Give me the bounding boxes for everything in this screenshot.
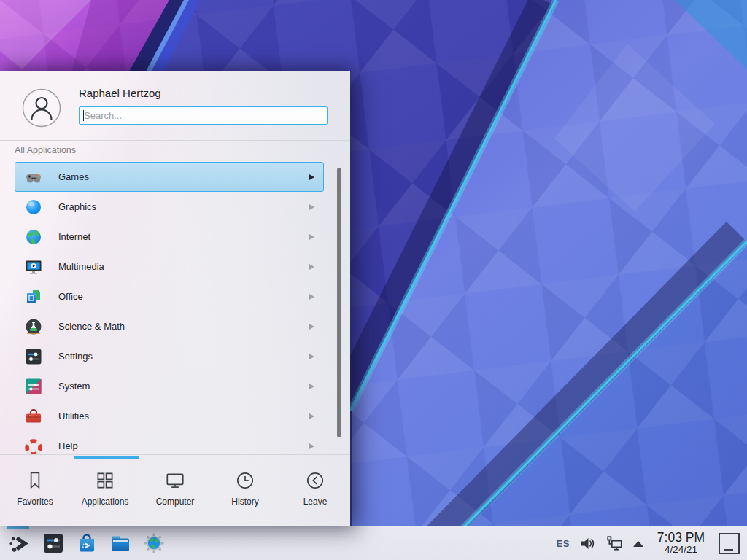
tab-favorites[interactable]: Favorites bbox=[0, 454, 70, 526]
category-label: Internet bbox=[58, 231, 309, 242]
clock-date: 4/24/21 bbox=[657, 545, 705, 556]
category-label: Games bbox=[58, 171, 309, 182]
search-input[interactable] bbox=[79, 106, 328, 125]
digital-clock[interactable]: 7:03 PM 4/24/21 bbox=[657, 531, 705, 555]
tab-label: Leave bbox=[303, 497, 328, 507]
taskbar-discover[interactable] bbox=[74, 526, 99, 560]
submenu-arrow-icon bbox=[309, 294, 314, 300]
category-internet[interactable]: Internet bbox=[15, 222, 324, 252]
scrollbar-thumb[interactable] bbox=[337, 168, 341, 438]
submenu-arrow-icon bbox=[309, 413, 314, 419]
category-games[interactable]: Games bbox=[15, 162, 324, 192]
submenu-arrow-icon bbox=[309, 264, 314, 270]
category-science-math[interactable]: Science & Math bbox=[15, 311, 324, 341]
category-label: System bbox=[58, 381, 309, 392]
office-icon bbox=[24, 287, 43, 306]
clock-time: 7:03 PM bbox=[657, 531, 705, 545]
network-icon[interactable] bbox=[605, 534, 624, 552]
header-separator bbox=[0, 140, 350, 141]
applications-icon bbox=[94, 470, 116, 491]
submenu-arrow-icon bbox=[309, 443, 314, 449]
submenu-arrow-icon bbox=[309, 234, 314, 240]
category-label: Graphics bbox=[58, 201, 309, 212]
computer-icon bbox=[164, 470, 186, 491]
launcher-active-indicator bbox=[7, 526, 29, 529]
utilities-icon bbox=[24, 407, 43, 426]
graphics-icon bbox=[24, 198, 43, 217]
tab-history[interactable]: History bbox=[210, 454, 280, 526]
user-name: Raphael Hertzog bbox=[79, 87, 161, 99]
category-label: Multimedia bbox=[58, 261, 309, 272]
tab-label: Computer bbox=[156, 497, 195, 507]
keyboard-layout-indicator[interactable]: ES bbox=[556, 538, 569, 549]
category-office[interactable]: Office bbox=[15, 281, 324, 311]
system-icon bbox=[24, 377, 43, 396]
science-icon bbox=[24, 317, 43, 336]
category-label: Office bbox=[58, 291, 309, 302]
category-label: Settings bbox=[58, 351, 309, 362]
section-label: All Applications bbox=[15, 145, 76, 155]
help-icon bbox=[24, 437, 43, 455]
category-settings[interactable]: Settings bbox=[15, 341, 324, 371]
tab-leave[interactable]: Leave bbox=[280, 454, 350, 526]
tab-label: History bbox=[231, 497, 258, 507]
submenu-arrow-icon bbox=[309, 204, 314, 210]
footer-separator bbox=[0, 454, 350, 455]
internet-icon bbox=[24, 228, 43, 246]
search-field-wrap bbox=[79, 106, 328, 125]
category-label: Utilities bbox=[58, 411, 309, 421]
tab-applications[interactable]: Applications bbox=[70, 454, 140, 526]
category-label: Science & Math bbox=[58, 321, 309, 332]
tray-expand-icon[interactable] bbox=[633, 541, 643, 547]
submenu-arrow-icon bbox=[309, 384, 314, 389]
category-label: Help bbox=[58, 440, 309, 451]
tab-label: Applications bbox=[82, 497, 129, 507]
submenu-arrow-icon bbox=[309, 324, 314, 330]
tab-label: Favorites bbox=[17, 497, 53, 507]
taskbar: ES 7:03 PM 4/24/21 bbox=[0, 526, 747, 560]
taskbar-system-settings[interactable] bbox=[41, 526, 66, 560]
discover-icon bbox=[75, 532, 98, 555]
history-icon bbox=[234, 470, 256, 491]
category-utilities[interactable]: Utilities bbox=[15, 401, 324, 431]
kde-launcher-icon bbox=[7, 532, 31, 555]
text-cursor bbox=[83, 110, 84, 121]
tab-computer[interactable]: Computer bbox=[140, 454, 210, 526]
taskbar-dolphin[interactable] bbox=[108, 526, 133, 560]
app-launcher-button[interactable] bbox=[6, 526, 32, 560]
settings-icon bbox=[24, 347, 43, 366]
submenu-arrow-icon bbox=[309, 354, 314, 359]
system-tray: ES 7:03 PM 4/24/21 bbox=[556, 531, 741, 555]
application-launcher-menu: Raphael Hertzog All Applications Games bbox=[0, 71, 350, 526]
category-graphics[interactable]: Graphics bbox=[15, 192, 324, 222]
show-desktop-button[interactable] bbox=[719, 533, 740, 554]
user-avatar[interactable] bbox=[22, 88, 61, 128]
show-desktop-glyph bbox=[724, 549, 733, 551]
multimedia-icon bbox=[24, 257, 43, 276]
volume-icon[interactable] bbox=[579, 535, 596, 552]
games-icon bbox=[24, 168, 43, 187]
dolphin-icon bbox=[109, 532, 132, 555]
category-system[interactable]: System bbox=[15, 371, 324, 401]
active-tab-indicator bbox=[74, 456, 139, 459]
category-list: Games Graphics Internet bbox=[15, 162, 324, 454]
launcher-footer-tabs: Favorites Applications Computer bbox=[0, 454, 350, 526]
submenu-arrow-icon bbox=[309, 174, 314, 180]
system-settings-icon bbox=[42, 532, 65, 555]
taskbar-web-browser[interactable] bbox=[142, 526, 166, 560]
category-multimedia[interactable]: Multimedia bbox=[15, 252, 324, 281]
favorites-icon bbox=[24, 470, 46, 491]
web-browser-icon bbox=[142, 532, 166, 555]
leave-icon bbox=[304, 470, 326, 491]
category-help[interactable]: Help bbox=[15, 431, 324, 454]
